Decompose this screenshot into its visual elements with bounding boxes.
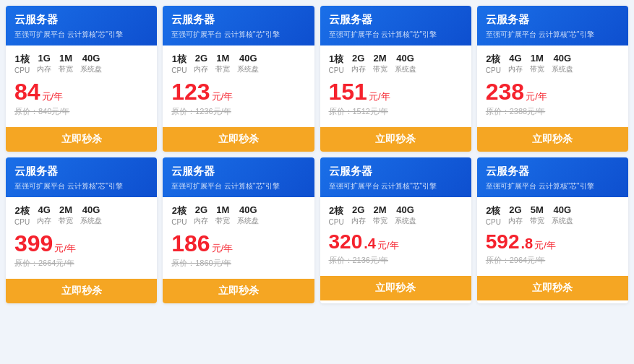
price-main-6: 186 — [171, 232, 210, 255]
buy-button-6[interactable]: 立即秒杀 — [163, 279, 314, 303]
specs-row-2: 1核 CPU 2G 内存 1M 带宽 40G 系统盘 — [171, 53, 305, 74]
spec-cpu-2: 1核 CPU — [171, 53, 187, 74]
buy-button-8[interactable]: 立即秒杀 — [477, 276, 628, 300]
original-price-2: 原价：1236元/年 — [171, 106, 305, 117]
price-main-4: 238 — [486, 80, 524, 103]
price-unit-5: 元/年 — [54, 242, 76, 255]
price-main-1: 84 — [14, 80, 40, 103]
original-price-7: 原价：2136元/年 — [329, 255, 463, 266]
specs-row-3: 1核 CPU 2G 内存 2M 带宽 40G 系统盘 — [329, 53, 463, 74]
product-card-8: 云服务器 至强可扩展平台 云计算核"芯"引擎 2核 CPU 2G 内存 5M 带… — [477, 157, 628, 303]
card-subtitle-6: 至强可扩展平台 云计算核"芯"引擎 — [171, 181, 305, 191]
card-header-4: 云服务器 至强可扩展平台 云计算核"芯"引擎 — [477, 6, 628, 46]
spec-disk-8: 40G 系统盘 — [552, 204, 573, 226]
card-title-4: 云服务器 — [486, 13, 620, 27]
original-price-8: 原价：2964元/年 — [486, 255, 620, 266]
card-subtitle-4: 至强可扩展平台 云计算核"芯"引擎 — [486, 30, 620, 40]
card-title-7: 云服务器 — [329, 165, 463, 178]
card-subtitle-2: 至强可扩展平台 云计算核"芯"引擎 — [171, 30, 305, 40]
spec-mem-8: 2G 内存 — [508, 204, 523, 226]
specs-row-6: 2核 CPU 2G 内存 1M 带宽 40G 系统盘 — [171, 204, 305, 226]
spec-bw-1: 1M 带宽 — [59, 53, 73, 74]
card-title-5: 云服务器 — [14, 165, 148, 178]
product-card-2: 云服务器 至强可扩展平台 云计算核"芯"引擎 1核 CPU 2G 内存 1M 带… — [163, 6, 314, 152]
spec-mem-4: 4G 内存 — [508, 53, 523, 74]
spec-disk-6: 40G 系统盘 — [237, 204, 259, 226]
price-unit-4: 元/年 — [526, 90, 547, 103]
price-unit-7: 元/年 — [377, 239, 399, 252]
spec-disk-2: 40G 系统盘 — [237, 53, 259, 74]
card-title-3: 云服务器 — [329, 13, 463, 27]
original-price-5: 原价：2664元/年 — [14, 258, 148, 269]
specs-row-7: 2核 CPU 2G 内存 2M 带宽 40G 系统盘 — [329, 204, 463, 226]
price-row-7: 320.4 元/年 — [329, 232, 463, 252]
product-card-6: 云服务器 至强可扩展平台 云计算核"芯"引擎 2核 CPU 2G 内存 1M 带… — [163, 157, 314, 303]
product-card-1: 云服务器 至强可扩展平台 云计算核"芯"引擎 1核 CPU 1G 内存 1M 带… — [6, 6, 157, 152]
card-header-3: 云服务器 至强可扩展平台 云计算核"芯"引擎 — [320, 6, 471, 46]
product-card-3: 云服务器 至强可扩展平台 云计算核"芯"引擎 1核 CPU 2G 内存 2M 带… — [320, 6, 471, 152]
spec-bw-8: 5M 带宽 — [530, 204, 544, 226]
buy-button-3[interactable]: 立即秒杀 — [320, 127, 471, 152]
card-title-6: 云服务器 — [171, 165, 305, 178]
card-body-1: 1核 CPU 1G 内存 1M 带宽 40G 系统盘 84 元/年 — [6, 46, 157, 127]
card-subtitle-5: 至强可扩展平台 云计算核"芯"引擎 — [14, 181, 148, 191]
specs-row-5: 2核 CPU 4G 内存 2M 带宽 40G 系统盘 — [14, 204, 148, 226]
card-title-8: 云服务器 — [486, 165, 620, 178]
card-title-1: 云服务器 — [14, 13, 148, 27]
card-body-6: 2核 CPU 2G 内存 1M 带宽 40G 系统盘 186 元/年 — [163, 197, 314, 279]
card-body-5: 2核 CPU 4G 内存 2M 带宽 40G 系统盘 399 元/年 — [6, 197, 157, 279]
price-row-1: 84 元/年 — [14, 80, 148, 103]
original-price-1: 原价：840元/年 — [14, 106, 148, 117]
spec-bw-3: 2M 带宽 — [373, 53, 387, 74]
spec-mem-5: 4G 内存 — [37, 204, 51, 226]
buy-button-7[interactable]: 立即秒杀 — [320, 276, 471, 300]
price-row-6: 186 元/年 — [171, 232, 305, 255]
spec-cpu-5: 2核 CPU — [14, 204, 30, 226]
original-price-4: 原价：2388元/年 — [486, 106, 620, 117]
card-body-7: 2核 CPU 2G 内存 2M 带宽 40G 系统盘 320.4 元/年 — [320, 197, 471, 276]
price-unit-1: 元/年 — [42, 90, 64, 103]
spec-disk-1: 40G 系统盘 — [80, 53, 102, 74]
price-row-8: 592.8 元/年 — [486, 232, 620, 252]
card-header-2: 云服务器 至强可扩展平台 云计算核"芯"引擎 — [163, 6, 314, 46]
card-subtitle-1: 至强可扩展平台 云计算核"芯"引擎 — [14, 30, 148, 40]
spec-bw-5: 2M 带宽 — [59, 204, 73, 226]
original-price-3: 原价：1512元/年 — [329, 106, 463, 117]
spec-mem-7: 2G 内存 — [351, 204, 366, 226]
product-card-5: 云服务器 至强可扩展平台 云计算核"芯"引擎 2核 CPU 4G 内存 2M 带… — [6, 157, 157, 303]
spec-cpu-8: 2核 CPU — [486, 204, 501, 226]
cards-grid: 云服务器 至强可扩展平台 云计算核"芯"引擎 1核 CPU 1G 内存 1M 带… — [6, 6, 628, 303]
spec-mem-6: 2G 内存 — [194, 204, 208, 226]
buy-button-5[interactable]: 立即秒杀 — [6, 279, 157, 303]
card-subtitle-7: 至强可扩展平台 云计算核"芯"引擎 — [329, 181, 463, 191]
card-header-7: 云服务器 至强可扩展平台 云计算核"芯"引擎 — [320, 157, 471, 197]
card-body-2: 1核 CPU 2G 内存 1M 带宽 40G 系统盘 123 元/年 — [163, 46, 314, 127]
spec-mem-1: 1G 内存 — [37, 53, 51, 74]
price-row-3: 151 元/年 — [329, 80, 463, 103]
card-title-2: 云服务器 — [171, 13, 305, 27]
price-row-4: 238 元/年 — [486, 80, 620, 103]
price-unit-2: 元/年 — [212, 90, 234, 103]
card-header-6: 云服务器 至强可扩展平台 云计算核"芯"引擎 — [163, 157, 314, 197]
card-header-5: 云服务器 至强可扩展平台 云计算核"芯"引擎 — [6, 157, 157, 197]
buy-button-4[interactable]: 立即秒杀 — [477, 127, 628, 152]
card-subtitle-8: 至强可扩展平台 云计算核"芯"引擎 — [486, 181, 620, 191]
product-card-4: 云服务器 至强可扩展平台 云计算核"芯"引擎 2核 CPU 4G 内存 1M 带… — [477, 6, 628, 152]
spec-bw-7: 2M 带宽 — [373, 204, 387, 226]
card-body-4: 2核 CPU 4G 内存 1M 带宽 40G 系统盘 238 元/年 — [477, 46, 628, 127]
price-unit-6: 元/年 — [212, 242, 234, 255]
price-main-8: 592 — [486, 232, 520, 252]
card-subtitle-3: 至强可扩展平台 云计算核"芯"引擎 — [329, 30, 463, 40]
specs-row-4: 2核 CPU 4G 内存 1M 带宽 40G 系统盘 — [486, 53, 620, 74]
buy-button-1[interactable]: 立即秒杀 — [6, 127, 157, 152]
buy-button-2[interactable]: 立即秒杀 — [163, 127, 314, 152]
price-unit-3: 元/年 — [369, 90, 390, 103]
spec-bw-6: 1M 带宽 — [215, 204, 230, 226]
card-header-8: 云服务器 至强可扩展平台 云计算核"芯"引擎 — [477, 157, 628, 197]
specs-row-8: 2核 CPU 2G 内存 5M 带宽 40G 系统盘 — [486, 204, 620, 226]
price-main-7: 320 — [329, 232, 363, 252]
original-price-6: 原价：1860元/年 — [171, 258, 305, 269]
price-row-2: 123 元/年 — [171, 80, 305, 103]
card-body-3: 1核 CPU 2G 内存 2M 带宽 40G 系统盘 151 元/年 — [320, 46, 471, 127]
specs-row-1: 1核 CPU 1G 内存 1M 带宽 40G 系统盘 — [14, 53, 148, 74]
